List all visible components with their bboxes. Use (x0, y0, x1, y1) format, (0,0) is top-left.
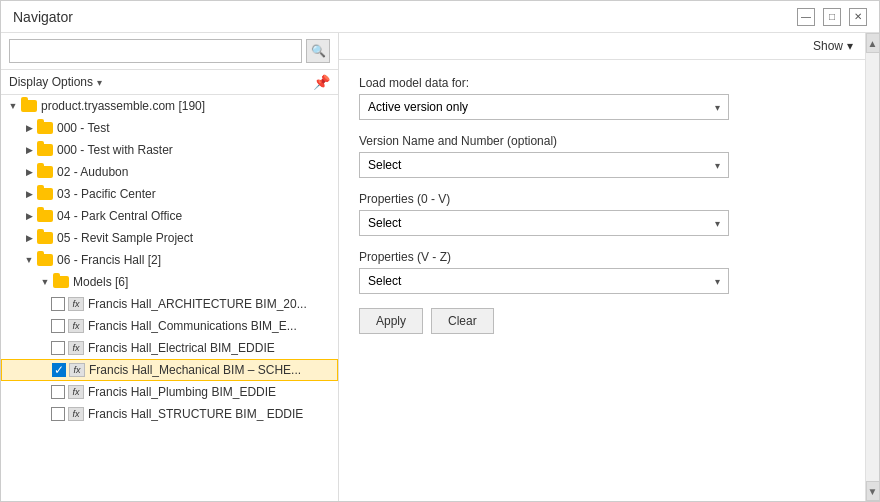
properties-vz-select[interactable]: Select ▾ (359, 268, 729, 294)
model-checkbox[interactable] (51, 319, 65, 333)
search-bar: 🔍 (1, 33, 338, 70)
main-content: 🔍 Display Options ▾ 📌 ▼ product.tryassem… (1, 33, 879, 501)
version-name-arrow: ▾ (715, 160, 720, 171)
display-options-button[interactable]: Display Options ▾ (9, 75, 102, 89)
version-dropdown-value: Active version only (368, 100, 468, 114)
version-name-value: Select (368, 158, 401, 172)
expand-icon[interactable]: ▶ (21, 142, 37, 158)
item-label: Francis Hall_Communications BIM_E... (88, 319, 338, 333)
load-model-label: Load model data for: (359, 76, 845, 90)
clear-button[interactable]: Clear (431, 308, 494, 334)
right-form: Load model data for: Active version only… (359, 76, 845, 485)
expand-icon[interactable]: ▶ (21, 120, 37, 136)
tree-root[interactable]: ▼ product.tryassemble.com [190] (1, 95, 338, 117)
search-button[interactable]: 🔍 (306, 39, 330, 63)
list-item[interactable]: fx Francis Hall_Communications BIM_E... (1, 315, 338, 337)
search-icon: 🔍 (311, 44, 326, 58)
list-item[interactable]: ▶ 000 - Test (1, 117, 338, 139)
properties-0v-select[interactable]: Select ▾ (359, 210, 729, 236)
left-panel: 🔍 Display Options ▾ 📌 ▼ product.tryassem… (1, 33, 339, 501)
expand-icon[interactable]: ▶ (21, 208, 37, 224)
version-name-group: Version Name and Number (optional) Selec… (359, 134, 845, 178)
folder-icon (37, 144, 53, 156)
expand-icon[interactable]: ▶ (21, 230, 37, 246)
fx-icon: fx (68, 385, 84, 399)
display-options-label: Display Options (9, 75, 93, 89)
form-buttons: Apply Clear (359, 308, 845, 334)
scroll-up-button[interactable]: ▲ (866, 33, 880, 53)
model-checkbox[interactable] (51, 385, 65, 399)
expand-icon[interactable]: ▶ (21, 164, 37, 180)
apply-button[interactable]: Apply (359, 308, 423, 334)
version-dropdown-arrow: ▾ (715, 102, 720, 113)
properties-vz-group: Properties (V - Z) Select ▾ (359, 250, 845, 294)
item-label: 06 - Francis Hall [2] (57, 253, 338, 267)
scroll-down-button[interactable]: ▼ (866, 481, 880, 501)
version-name-select[interactable]: Select ▾ (359, 152, 729, 178)
folder-icon (37, 254, 53, 266)
list-item[interactable]: ▶ 000 - Test with Raster (1, 139, 338, 161)
folder-icon (37, 188, 53, 200)
show-button[interactable]: Show ▾ (813, 39, 853, 53)
display-options-bar: Display Options ▾ 📌 (1, 70, 338, 95)
show-label: Show (813, 39, 843, 53)
properties-0v-value: Select (368, 216, 401, 230)
maximize-button[interactable]: □ (823, 8, 841, 26)
model-checkbox[interactable] (51, 341, 65, 355)
item-label: Francis Hall_ARCHITECTURE BIM_20... (88, 297, 338, 311)
item-label: Francis Hall_Plumbing BIM_EDDIE (88, 385, 338, 399)
fx-icon: fx (68, 341, 84, 355)
fx-icon: fx (68, 407, 84, 421)
list-item[interactable]: ▶ 05 - Revit Sample Project (1, 227, 338, 249)
right-content: Load model data for: Active version only… (339, 60, 865, 501)
model-checkbox[interactable] (51, 297, 65, 311)
right-panel-content: Show ▾ Load model data for: Active versi… (339, 33, 865, 501)
fx-icon: fx (68, 319, 84, 333)
list-item[interactable]: ▼ 06 - Francis Hall [2] (1, 249, 338, 271)
tree-container[interactable]: ▼ product.tryassemble.com [190] ▶ 000 - … (1, 95, 338, 501)
item-label: 000 - Test with Raster (57, 143, 338, 157)
model-checkbox[interactable] (51, 407, 65, 421)
search-input[interactable] (9, 39, 302, 63)
properties-vz-arrow: ▾ (715, 276, 720, 287)
folder-icon (37, 210, 53, 222)
properties-0v-label: Properties (0 - V) (359, 192, 845, 206)
close-button[interactable]: ✕ (849, 8, 867, 26)
fx-icon: fx (69, 363, 85, 377)
model-checkbox[interactable]: ✓ (52, 363, 66, 377)
list-item[interactable]: fx Francis Hall_Electrical BIM_EDDIE (1, 337, 338, 359)
version-name-label: Version Name and Number (optional) (359, 134, 845, 148)
list-item[interactable]: ▶ 02 - Audubon (1, 161, 338, 183)
item-label: Models [6] (73, 275, 338, 289)
item-label: Francis Hall_Electrical BIM_EDDIE (88, 341, 338, 355)
root-label: product.tryassemble.com [190] (41, 99, 338, 113)
expand-icon[interactable]: ▶ (21, 186, 37, 202)
list-item[interactable]: ▶ 03 - Pacific Center (1, 183, 338, 205)
load-model-group: Load model data for: Active version only… (359, 76, 845, 120)
item-label: 05 - Revit Sample Project (57, 231, 338, 245)
version-dropdown[interactable]: Active version only ▾ (359, 94, 729, 120)
properties-vz-label: Properties (V - Z) (359, 250, 845, 264)
list-item[interactable]: ▶ 04 - Park Central Office (1, 205, 338, 227)
expand-icon[interactable]: ▼ (37, 274, 53, 290)
list-item[interactable]: ✓ fx Francis Hall_Mechanical BIM – SCHE.… (1, 359, 338, 381)
root-folder-icon (21, 100, 37, 112)
list-item[interactable]: fx Francis Hall_STRUCTURE BIM_ EDDIE (1, 403, 338, 425)
window-controls: — □ ✕ (797, 8, 867, 26)
item-label: 04 - Park Central Office (57, 209, 338, 223)
list-item[interactable]: fx Francis Hall_Plumbing BIM_EDDIE (1, 381, 338, 403)
list-item[interactable]: fx Francis Hall_ARCHITECTURE BIM_20... (1, 293, 338, 315)
window-title: Navigator (13, 9, 73, 25)
properties-0v-group: Properties (0 - V) Select ▾ (359, 192, 845, 236)
expand-icon[interactable]: ▼ (21, 252, 37, 268)
folder-icon (37, 166, 53, 178)
navigator-window: Navigator — □ ✕ 🔍 Display Options ▾ (0, 0, 880, 502)
fx-icon: fx (68, 297, 84, 311)
minimize-button[interactable]: — (797, 8, 815, 26)
show-arrow-icon: ▾ (847, 39, 853, 53)
root-expand-icon[interactable]: ▼ (5, 98, 21, 114)
item-label: 000 - Test (57, 121, 338, 135)
pin-icon[interactable]: 📌 (313, 74, 330, 90)
folder-icon (37, 232, 53, 244)
list-item[interactable]: ▼ Models [6] (1, 271, 338, 293)
